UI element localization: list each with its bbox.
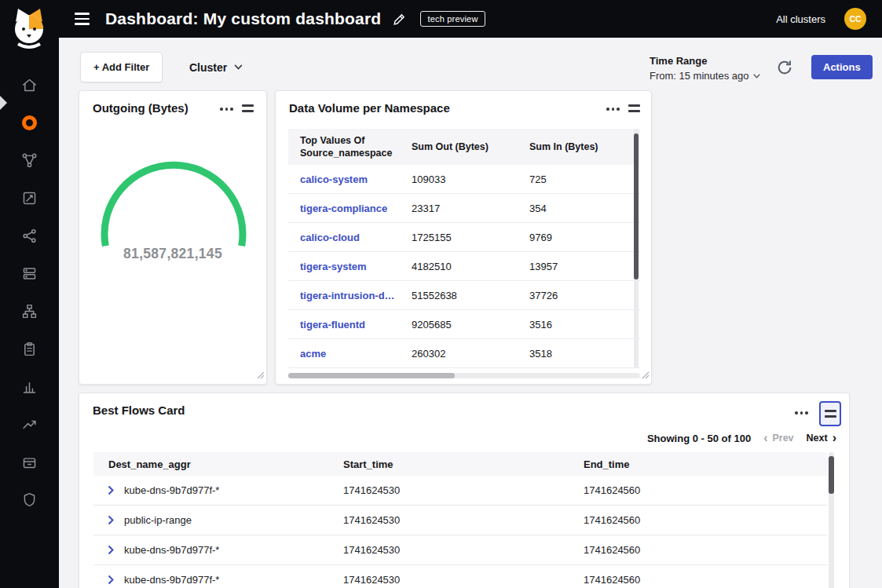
table-row: tigera-system 4182510 13957 [288, 252, 640, 281]
end-time: 1741624560 [584, 484, 827, 496]
sidebar-nav [0, 66, 59, 518]
drag-handle-icon[interactable] [628, 104, 640, 112]
table-header-row: Dest_name_aggr Start_time End_time [93, 452, 827, 476]
all-clusters-selector[interactable]: All clusters [776, 13, 825, 25]
data-volume-card: Data Volume per Namespace Top Values Of … [275, 90, 652, 385]
expand-row-icon[interactable] [108, 575, 114, 585]
start-time: 1741624530 [343, 544, 584, 556]
flows-table: Dest_name_aggr Start_time End_time kube-… [93, 452, 827, 588]
sum-in-value: 725 [529, 173, 640, 185]
start-time: 1741624530 [343, 514, 584, 526]
namespace-link[interactable]: tigera-fluentd [300, 319, 412, 331]
namespace-link[interactable]: tigera-intrusion-d… [300, 290, 412, 301]
sidebar-item-compliance[interactable] [0, 330, 59, 367]
pagination: Showing 0 - 50 of 100 ‹ Prev Next › [647, 432, 836, 444]
namespace-link[interactable]: tigera-system [300, 261, 412, 272]
network-sets-icon [21, 303, 38, 320]
refresh-icon[interactable] [776, 59, 793, 79]
table-row: tigera-compliance 23317 354 [288, 194, 640, 223]
namespace-link[interactable]: calico-cloud [300, 232, 412, 243]
app-root: Dashboard: My custom dashboard tech prev… [0, 0, 882, 588]
column-header: End_time [584, 458, 827, 470]
cluster-dropdown-label: Cluster [189, 61, 227, 74]
end-time: 1741624560 [584, 574, 827, 586]
sidebar-item-policies[interactable] [0, 179, 59, 217]
drag-handle-focused[interactable] [819, 401, 841, 426]
sidebar-item-apps[interactable] [0, 443, 59, 480]
trend-line-icon [21, 416, 38, 433]
policies-icon [21, 190, 38, 206]
cluster-dropdown[interactable]: Cluster [183, 52, 249, 82]
start-time: 1741624530 [343, 484, 584, 496]
actions-button[interactable]: Actions [811, 55, 873, 79]
sum-in-value: 354 [529, 203, 640, 214]
vertical-scrollbar [829, 452, 834, 588]
sum-out-value: 109033 [412, 173, 529, 185]
sum-out-value: 9205685 [412, 319, 529, 331]
card-menu-icon[interactable] [606, 108, 620, 111]
shield-icon [21, 491, 38, 508]
card-menu-icon[interactable] [795, 411, 808, 415]
drag-handle-icon [825, 410, 836, 418]
namespace-table: Top Values Of Source_namespace Sum Out (… [288, 129, 640, 368]
table-row: tigera-fluentd 9205685 3516 [288, 310, 640, 339]
resize-grip[interactable] [257, 368, 265, 382]
dashboards-icon [22, 115, 37, 130]
table-row: tigera-intrusion-d… 51552638 37726 [288, 281, 640, 310]
sidebar-item-service-graph[interactable] [0, 141, 59, 179]
menu-icon[interactable] [75, 13, 90, 24]
sidebar-item-nodes[interactable] [0, 217, 59, 254]
home-icon [21, 77, 38, 93]
time-range-dropdown[interactable]: From: 15 minutes ago [650, 70, 783, 82]
table-row: acme 260302 3518 [288, 339, 640, 368]
end-time: 1741624560 [584, 514, 827, 526]
sidebar-item-trends[interactable] [0, 405, 59, 443]
expand-row-icon[interactable] [108, 545, 114, 555]
sidebar-item-endpoints[interactable] [0, 254, 59, 292]
start-time: 1741624530 [343, 574, 584, 586]
card-title: Best Flows Card [93, 404, 185, 417]
dest-name: kube-dns-9b7d977f-* [124, 544, 219, 556]
topbar-right: All clusters CC [776, 8, 882, 30]
namespace-link[interactable]: acme [300, 348, 412, 360]
chevron-right-icon: › [833, 432, 836, 444]
expand-row-icon[interactable] [108, 515, 114, 525]
vertical-scrollbar [634, 129, 639, 368]
sum-out-value: 4182510 [412, 261, 529, 272]
sidebar-item-flow-logs[interactable] [0, 367, 59, 405]
prev-page-button[interactable]: ‹ Prev [763, 432, 793, 444]
chevron-down-icon [753, 74, 760, 79]
namespace-link[interactable]: calico-system [300, 173, 412, 185]
sidebar-item-dashboards[interactable] [0, 104, 59, 141]
scrollbar-thumb[interactable] [288, 373, 455, 378]
showing-label: Showing 0 - 50 of 100 [647, 433, 751, 444]
service-graph-icon [21, 152, 38, 169]
drag-handle-icon[interactable] [242, 104, 254, 112]
chevron-down-icon [234, 64, 243, 70]
sum-out-value: 1725155 [412, 232, 529, 243]
sum-in-value: 37726 [529, 290, 640, 301]
sidebar-item-security[interactable] [0, 480, 59, 518]
add-filter-button[interactable]: + Add Filter [80, 52, 163, 82]
next-page-button[interactable]: Next › [807, 432, 836, 444]
time-range-value: From: 15 minutes ago [650, 70, 748, 82]
card-menu-icon[interactable] [220, 108, 233, 111]
sum-in-value: 3518 [529, 348, 640, 360]
scrollbar-thumb[interactable] [634, 133, 639, 279]
table-row: calico-system 109033 725 [288, 165, 640, 194]
scrollbar-thumb[interactable] [829, 456, 834, 494]
dest-name: kube-dns-9b7d977f-* [124, 484, 219, 496]
resize-grip[interactable] [642, 368, 650, 382]
sum-out-value: 23317 [412, 203, 529, 214]
sidebar-item-home[interactable] [0, 66, 59, 104]
table-header-row: Top Values Of Source_namespace Sum Out (… [288, 129, 640, 165]
expand-row-icon[interactable] [108, 485, 114, 495]
nodes-icon [21, 228, 38, 244]
sum-in-value: 9769 [529, 232, 640, 243]
edit-dashboard-icon[interactable] [393, 13, 406, 26]
namespace-link[interactable]: tigera-compliance [300, 203, 412, 214]
sum-out-value: 51552638 [412, 290, 529, 301]
sidebar-item-network-sets[interactable] [0, 292, 59, 330]
avatar[interactable]: CC [844, 8, 866, 30]
bar-chart-icon [21, 378, 38, 395]
